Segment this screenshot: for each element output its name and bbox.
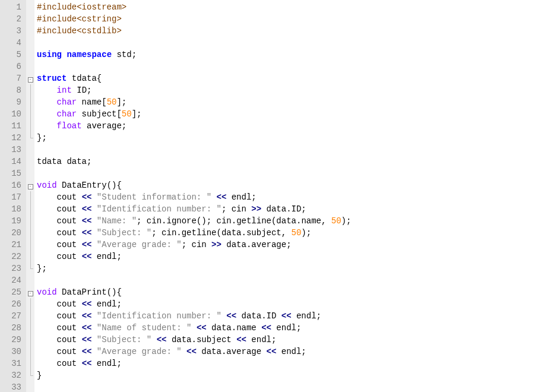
fold-cell	[26, 49, 34, 61]
code-line[interactable]: cout << "Subject: " << data.subject << e…	[37, 334, 558, 346]
line-number: 17	[2, 191, 21, 203]
line-number: 6	[2, 61, 21, 72]
code-line[interactable]: cout << "Student information: " << endl;	[37, 191, 558, 203]
code-line[interactable]: cout << "Identification number: "; cin >…	[37, 203, 558, 215]
code-line[interactable]: cout << endl;	[37, 251, 558, 263]
fold-cell	[26, 108, 34, 120]
line-number: 31	[2, 358, 21, 369]
code-line[interactable]: cout << endl;	[37, 298, 558, 310]
line-number: 3	[2, 25, 21, 37]
code-line[interactable]: cout << "Average grade: "; cin >> data.a…	[37, 239, 558, 251]
fold-cell	[26, 227, 34, 239]
fold-cell	[26, 239, 34, 251]
code-line[interactable]	[37, 381, 558, 392]
fold-cell	[26, 84, 34, 96]
line-number: 1	[2, 1, 21, 13]
code-line[interactable]: cout << "Name of student: " << data.name…	[37, 322, 558, 334]
fold-cell	[26, 298, 34, 310]
code-line[interactable]: };	[37, 263, 558, 274]
line-number: 22	[2, 251, 21, 263]
fold-cell	[26, 13, 34, 25]
line-number: 24	[2, 274, 21, 286]
code-line[interactable]: #include<cstdlib>	[37, 25, 558, 37]
line-number: 29	[2, 334, 21, 346]
code-line[interactable]: cout << "Identification number: " << dat…	[37, 310, 558, 322]
line-number: 10	[2, 108, 21, 120]
line-number: 32	[2, 369, 21, 381]
line-number: 30	[2, 346, 21, 358]
fold-cell	[26, 334, 34, 346]
code-line[interactable]: char subject[50];	[37, 108, 558, 120]
fold-cell	[26, 144, 34, 156]
line-number: 7	[2, 72, 21, 84]
code-line[interactable]	[37, 61, 558, 72]
code-line[interactable]: int ID;	[37, 84, 558, 96]
code-line[interactable]: cout << "Name: "; cin.ignore(); cin.getl…	[37, 215, 558, 227]
code-line[interactable]: }	[37, 369, 558, 381]
code-line[interactable]	[37, 167, 558, 179]
line-number: 28	[2, 322, 21, 334]
code-editor-area[interactable]: #include<iostream>#include<cstring>#incl…	[34, 0, 560, 392]
fold-cell	[26, 156, 34, 167]
code-line[interactable]	[37, 37, 558, 49]
fold-cell	[26, 96, 34, 108]
code-line[interactable]: tdata data;	[37, 156, 558, 167]
fold-cell	[26, 191, 34, 203]
line-number: 2	[2, 13, 21, 25]
line-number: 20	[2, 227, 21, 239]
fold-cell	[26, 37, 34, 49]
code-line[interactable]: cout << endl;	[37, 358, 558, 369]
line-number: 19	[2, 215, 21, 227]
fold-cell	[26, 322, 34, 334]
fold-cell	[26, 120, 34, 132]
code-line[interactable]: #include<iostream>	[37, 1, 558, 13]
code-line[interactable]	[37, 274, 558, 286]
fold-column[interactable]: ---	[26, 0, 34, 392]
code-line[interactable]: char name[50];	[37, 96, 558, 108]
line-number: 21	[2, 239, 21, 251]
fold-minus-icon[interactable]: -	[28, 291, 33, 296]
fold-cell	[26, 1, 34, 13]
line-number: 27	[2, 310, 21, 322]
fold-minus-icon[interactable]: -	[28, 184, 33, 189]
fold-cell	[26, 132, 34, 144]
code-line[interactable]: cout << "Subject: "; cin.getline(data.su…	[37, 227, 558, 239]
code-line[interactable]: float average;	[37, 120, 558, 132]
fold-cell	[26, 167, 34, 179]
fold-cell[interactable]: -	[26, 286, 34, 298]
fold-cell	[26, 251, 34, 263]
fold-cell[interactable]: -	[26, 72, 34, 84]
line-number: 9	[2, 96, 21, 108]
line-number: 18	[2, 203, 21, 215]
line-number: 13	[2, 144, 21, 156]
code-line[interactable]: cout << "Average grade: " << data.averag…	[37, 346, 558, 358]
code-line[interactable]: struct tdata{	[37, 72, 558, 84]
line-number: 33	[2, 381, 21, 392]
fold-cell[interactable]: -	[26, 179, 34, 191]
line-number: 15	[2, 167, 21, 179]
fold-cell	[26, 215, 34, 227]
line-number: 4	[2, 37, 21, 49]
code-line[interactable]: void DataEntry(){	[37, 179, 558, 191]
fold-cell	[26, 263, 34, 274]
line-number: 5	[2, 49, 21, 61]
line-number: 14	[2, 156, 21, 167]
fold-cell	[26, 358, 34, 369]
code-line[interactable]	[37, 144, 558, 156]
line-number: 12	[2, 132, 21, 144]
fold-cell	[26, 203, 34, 215]
fold-minus-icon[interactable]: -	[28, 77, 33, 83]
line-number: 11	[2, 120, 21, 132]
line-number: 26	[2, 298, 21, 310]
fold-cell	[26, 369, 34, 381]
fold-cell	[26, 310, 34, 322]
line-number: 25	[2, 286, 21, 298]
code-line[interactable]: };	[37, 132, 558, 144]
code-line[interactable]: using namespace std;	[37, 49, 558, 61]
fold-cell	[26, 274, 34, 286]
fold-cell	[26, 61, 34, 72]
fold-cell	[26, 25, 34, 37]
code-line[interactable]: #include<cstring>	[37, 13, 558, 25]
code-line[interactable]: void DataPrint(){	[37, 286, 558, 298]
line-number-gutter: 1234567891011121314151617181920212223242…	[0, 0, 26, 392]
